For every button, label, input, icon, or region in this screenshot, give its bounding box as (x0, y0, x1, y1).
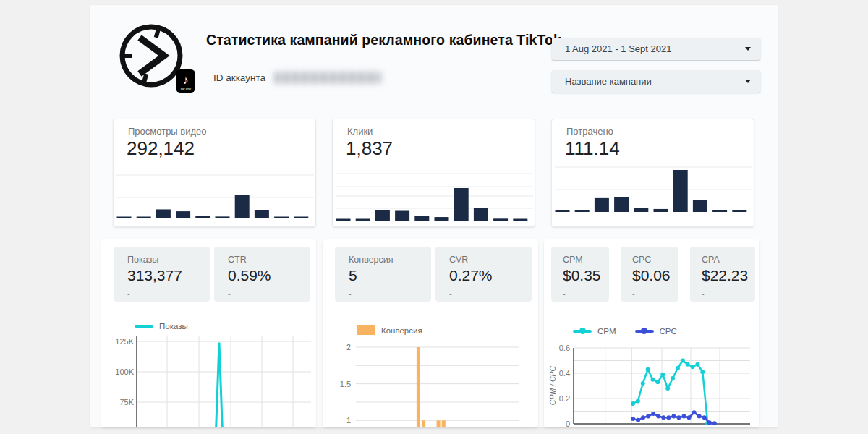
legend-swatch-line (635, 330, 654, 333)
scorecard-value: 1,837 (346, 137, 535, 160)
page-title: Статистика кампаний рекламного кабинета … (206, 32, 561, 48)
account-id-label: ID аккаунта (213, 72, 265, 83)
svg-text:75K: 75K (119, 398, 134, 407)
metrics-row: Показы313,377-CTR0.59%- (114, 247, 310, 302)
dashboard-stage: ♪ TikTok Статистика кампаний рекламного … (0, 0, 868, 434)
legend-item-cpc: CPC (635, 327, 677, 336)
legend-item-cpm: CPM (573, 327, 616, 336)
metric-delta: - (449, 289, 522, 298)
metric-delta: - (349, 289, 421, 298)
account-id-redacted-value (274, 72, 381, 84)
metric-label: CTR (228, 255, 300, 265)
scorecard-label: Потрачено (566, 126, 754, 137)
metric-value: $22.23 (702, 267, 748, 284)
metric-label: CPM (563, 255, 602, 265)
scorecard-spent: Потрачено 111.14 (551, 119, 754, 227)
report-page: ♪ TikTok Статистика кампаний рекламного … (90, 5, 778, 427)
legend-swatch-bar (357, 326, 375, 335)
metric-delta: - (127, 289, 200, 298)
metric-label: Показы (127, 255, 200, 265)
video-views-sparkline-chart (114, 163, 317, 224)
legend-item-показы: Показы (135, 322, 188, 331)
metric-delta: - (563, 289, 602, 298)
metric-value: 0.27% (449, 267, 522, 284)
campaign-filter-dropdown[interactable]: Название кампании (552, 70, 760, 93)
svg-text:125K: 125K (115, 337, 134, 346)
legend-swatch-line (135, 325, 153, 328)
svg-text:0.6: 0.6 (559, 344, 570, 352)
metric-value: 0.59% (228, 267, 300, 284)
legend-point-icon (641, 328, 647, 334)
spent-sparkline-chart (552, 163, 755, 224)
svg-text:TikTok: TikTok (180, 87, 192, 91)
metric-card-ctr: CTR0.59%- (214, 247, 310, 302)
metric-card-конверсия: Конверсия5- (335, 247, 431, 302)
svg-text:CPM / CPC: CPM / CPC (548, 365, 557, 405)
svg-text:0.2: 0.2 (559, 394, 570, 403)
metric-card-cpm: CPM$0.35- (551, 247, 609, 302)
metric-card-показы: Показы313,377- (114, 247, 210, 302)
metric-card-cvr: CVR0.27%- (435, 247, 532, 302)
legend-point-icon (579, 328, 586, 334)
clicks-sparkline-chart (333, 163, 536, 224)
metrics-row: Конверсия5-CVR0.27%- (335, 247, 532, 302)
svg-text:1: 1 (346, 416, 351, 425)
metric-label: CVR (449, 255, 522, 265)
dropdown-caret-icon (745, 47, 751, 51)
metric-label: Конверсия (349, 255, 421, 265)
scorecard-video-views: Просмотры видео 292,142 (113, 119, 316, 227)
dropdown-caret-icon (745, 80, 751, 83)
scorecard-value: 292,142 (127, 137, 315, 160)
account-id-row: ID аккаунта (213, 72, 381, 84)
metric-delta: - (632, 289, 671, 298)
scorecard-label: Клики (347, 126, 535, 137)
scorecard-label: Просмотры видео (128, 126, 315, 137)
legend-label: Конверсия (381, 326, 422, 335)
campaign-filter-label: Название кампании (565, 70, 652, 93)
svg-text:1.5: 1.5 (340, 380, 351, 388)
legend-label: CPC (660, 327, 677, 336)
legend-item-конверсия: Конверсия (357, 326, 422, 335)
section-impressions: Показы313,377-CTR0.59%- Показы 125K100K7… (101, 239, 316, 427)
metric-delta: - (702, 289, 748, 298)
metric-label: CPC (632, 255, 671, 265)
metric-card-cpa: CPA$22.23- (690, 247, 755, 302)
svg-text:0: 0 (566, 420, 570, 427)
metric-label: CPA (702, 255, 748, 265)
metrics-row: CPM$0.35-CPC$0.06-CPA$22.23- (551, 247, 755, 302)
legend-swatch-line (573, 330, 592, 333)
section-conversions: Конверсия5-CVR0.27%- Конверсия 21.51 (323, 239, 538, 427)
clock-play-logo: ♪ TikTok (118, 22, 199, 103)
date-range-label: 1 Aug 2021 - 1 Sept 2021 (565, 38, 671, 60)
legend-label: CPM (597, 327, 616, 336)
scorecard-clicks: Клики 1,837 (332, 119, 535, 227)
metric-card-cpc: CPC$0.06- (621, 247, 678, 302)
metric-delta: - (228, 289, 300, 298)
metric-value: 5 (349, 267, 421, 284)
date-range-dropdown[interactable]: 1 Aug 2021 - 1 Sept 2021 (552, 38, 760, 60)
scorecard-value: 111.14 (565, 137, 754, 160)
svg-text:100K: 100K (115, 367, 134, 376)
metric-value: $0.06 (632, 267, 671, 284)
metric-value: $0.35 (563, 267, 602, 284)
chart-legend: Конверсия (357, 326, 422, 335)
chart-legend: Показы (135, 322, 188, 331)
metric-value: 313,377 (127, 267, 200, 284)
svg-text:2: 2 (346, 343, 351, 352)
legend-label: Показы (159, 322, 188, 331)
svg-text:♪: ♪ (183, 74, 189, 86)
tiktok-icon: ♪ TikTok (176, 69, 195, 93)
chart-legend: CPMCPC (573, 327, 677, 336)
section-cpm-cpc: CPM$0.35-CPC$0.06-CPA$22.23- CPMCPC 0.60… (544, 239, 760, 427)
svg-text:0.4: 0.4 (559, 369, 570, 378)
